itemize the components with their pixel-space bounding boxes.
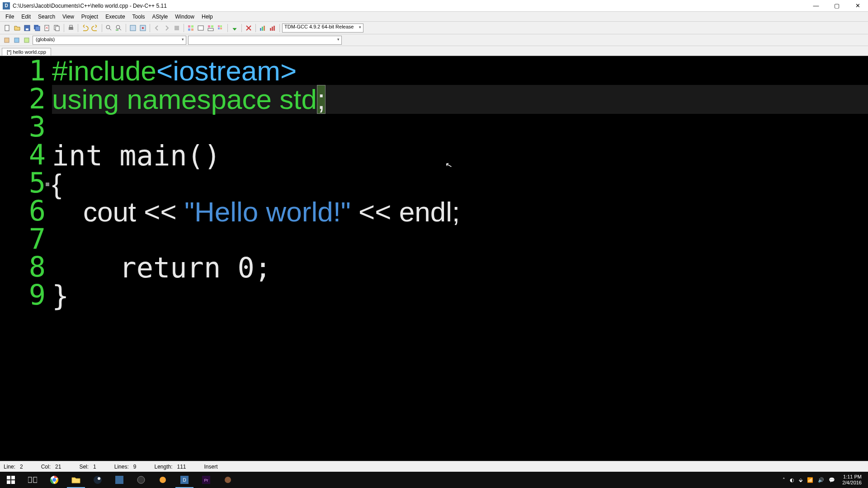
close-file-icon[interactable] [42,23,52,33]
compile-icon[interactable] [186,23,195,33]
tab-bar: [*] hello world.cpp [0,46,868,56]
svg-point-45 [52,478,56,482]
svg-rect-26 [220,25,222,27]
taskbar-app1-icon[interactable] [108,472,130,488]
taskbar-chrome-icon[interactable] [43,472,65,488]
svg-point-10 [106,25,110,29]
find-icon[interactable] [104,23,113,33]
taskbar-explorer-icon[interactable] [65,472,87,488]
status-line: Line: 2 [4,464,23,470]
status-col: Col: 21 [41,464,61,470]
fold-marker[interactable] [46,183,49,186]
menu-project[interactable]: Project [78,13,102,21]
goto-impl-icon[interactable] [23,36,31,44]
taskbar-app3-icon[interactable] [152,472,174,488]
svg-rect-34 [274,26,275,31]
menu-tools[interactable]: Tools [129,13,149,21]
svg-rect-48 [115,476,123,484]
taskbar-app2-icon[interactable] [130,472,152,488]
close-all-icon[interactable] [52,23,61,33]
svg-rect-7 [56,26,59,31]
maximize-button[interactable]: ▢ [826,0,847,12]
print-icon[interactable] [66,23,75,33]
goto-decl-icon[interactable] [13,36,21,44]
toggle-bookmark-icon[interactable] [138,23,147,33]
menu-window[interactable]: Window [171,13,198,21]
delete-profile-icon[interactable] [268,23,277,33]
system-tray: ˄ ◐ ⬙ 📶 🔊 💬 1:11 PM 2/4/2016 [783,474,868,486]
svg-point-15 [142,27,144,29]
stop-exec-icon[interactable] [244,23,253,33]
goto-bookmark-icon[interactable] [128,23,137,33]
svg-rect-37 [24,38,29,42]
run-icon[interactable] [196,23,205,33]
scope-combo[interactable]: (globals) [33,36,186,45]
svg-rect-2 [26,28,28,30]
svg-rect-43 [33,477,37,483]
minimize-button[interactable]: — [806,0,826,12]
rebuild-icon[interactable] [216,23,225,33]
svg-point-50 [160,477,166,483]
debug-stop-icon[interactable] [172,23,181,33]
profile-icon[interactable] [258,23,267,33]
menu-astyle[interactable]: AStyle [149,13,172,21]
svg-rect-30 [262,27,263,31]
menu-edit[interactable]: Edit [18,13,34,21]
tray-volume-icon[interactable]: 🔊 [818,477,824,483]
redo-icon[interactable] [90,23,99,33]
svg-rect-24 [208,28,213,31]
svg-rect-40 [7,480,10,484]
svg-rect-12 [116,29,118,31]
menu-search[interactable]: Search [34,13,59,21]
start-button[interactable] [0,472,22,488]
tray-clock[interactable]: 1:11 PM 2/4/2016 [840,474,864,486]
undo-icon[interactable] [80,23,90,33]
svg-rect-31 [264,26,265,31]
svg-rect-41 [11,480,15,484]
open-file-icon[interactable] [13,23,22,33]
taskbar-app4-icon[interactable] [217,472,239,488]
nav-back-icon[interactable] [152,23,161,33]
svg-rect-9 [70,25,72,27]
tray-icon-1[interactable]: ◐ [790,477,794,483]
taskbar-steam-icon[interactable] [87,472,108,488]
taskbar-devcpp-icon[interactable]: D [174,472,195,488]
tray-icon-2[interactable]: ⬙ [799,477,802,483]
svg-text:Pr: Pr [204,478,208,483]
tray-network-icon[interactable]: 📶 [807,477,813,483]
menu-help[interactable]: Help [198,13,217,21]
window-title: C:\Users\Jacob\Documents\C++\hello world… [13,3,806,9]
svg-rect-4 [35,26,40,31]
save-icon[interactable] [23,23,32,33]
member-combo[interactable] [188,36,342,45]
replace-icon[interactable] [114,23,123,33]
new-file-icon[interactable] [3,23,12,33]
svg-point-11 [116,25,120,29]
line-gutter: 1 2 3 4 5 6 7 8 9 [0,56,52,461]
code-area[interactable]: #include<iostream> using namespace std; … [52,56,868,461]
svg-rect-32 [270,28,271,31]
nav-fwd-icon[interactable] [162,23,171,33]
svg-rect-42 [28,477,32,483]
svg-point-49 [137,476,145,483]
new-class-icon[interactable] [3,36,11,44]
save-all-icon[interactable] [33,23,42,33]
tray-notification-icon[interactable]: 💬 [829,477,835,483]
task-view-icon[interactable] [22,472,43,488]
debug-icon[interactable] [230,23,239,33]
close-button[interactable]: ✕ [847,0,868,12]
menu-execute[interactable]: Execute [102,13,128,21]
status-length: Length: 111 [154,464,186,470]
app-icon: D [3,2,10,9]
class-toolbar: (globals) [0,34,868,46]
svg-rect-8 [69,27,73,30]
tray-chevron-icon[interactable]: ˄ [783,477,785,483]
compile-run-icon[interactable] [206,23,215,33]
svg-rect-19 [188,28,190,31]
compiler-selector[interactable]: TDM-GCC 4.9.2 64-bit Release [282,23,363,33]
menu-view[interactable]: View [59,13,78,21]
menu-file[interactable]: File [2,13,18,21]
main-toolbar: TDM-GCC 4.9.2 64-bit Release [0,22,868,34]
code-editor[interactable]: 1 2 3 4 5 6 7 8 9 #include<iostream> usi… [0,56,868,461]
taskbar-premiere-icon[interactable]: Pr [195,472,217,488]
